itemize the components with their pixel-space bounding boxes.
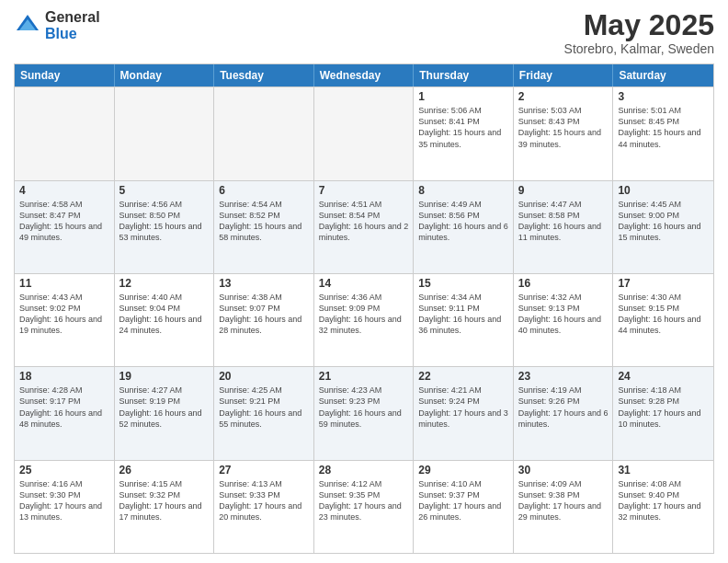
day-info: Sunrise: 4:12 AMSunset: 9:35 PMDaylight:… (319, 478, 409, 523)
day-cell-10: 10Sunrise: 4:45 AMSunset: 9:00 PMDayligh… (613, 181, 713, 273)
day-info: Sunrise: 4:32 AMSunset: 9:13 PMDaylight:… (518, 292, 609, 337)
day-cell-23: 23Sunrise: 4:19 AMSunset: 9:26 PMDayligh… (514, 367, 614, 459)
day-info: Sunrise: 4:56 AMSunset: 8:50 PMDaylight:… (119, 199, 210, 244)
day-number: 13 (219, 277, 309, 290)
day-info: Sunrise: 4:30 AMSunset: 9:15 PMDaylight:… (618, 292, 709, 337)
day-number: 20 (219, 370, 309, 383)
day-cell-11: 11Sunrise: 4:43 AMSunset: 9:02 PMDayligh… (15, 274, 115, 366)
calendar-row-2: 4Sunrise: 4:58 AMSunset: 8:47 PMDaylight… (15, 180, 713, 273)
calendar-row-5: 25Sunrise: 4:16 AMSunset: 9:30 PMDayligh… (15, 460, 713, 553)
day-number: 3 (618, 90, 709, 103)
day-info: Sunrise: 4:45 AMSunset: 9:00 PMDaylight:… (618, 199, 709, 244)
day-info: Sunrise: 4:58 AMSunset: 8:47 PMDaylight:… (19, 199, 109, 244)
day-info: Sunrise: 4:10 AMSunset: 9:37 PMDaylight:… (418, 478, 508, 523)
day-number: 25 (19, 464, 109, 477)
day-info: Sunrise: 4:09 AMSunset: 9:38 PMDaylight:… (518, 478, 609, 523)
empty-cell (314, 87, 415, 179)
empty-cell (214, 87, 314, 179)
day-cell-17: 17Sunrise: 4:30 AMSunset: 9:15 PMDayligh… (613, 274, 713, 366)
day-cell-20: 20Sunrise: 4:25 AMSunset: 9:21 PMDayligh… (214, 367, 314, 459)
calendar-row-4: 18Sunrise: 4:28 AMSunset: 9:17 PMDayligh… (15, 366, 713, 459)
day-cell-4: 4Sunrise: 4:58 AMSunset: 8:47 PMDaylight… (15, 181, 115, 273)
day-number: 8 (418, 184, 508, 197)
day-number: 27 (219, 464, 309, 477)
calendar-row-1: 1Sunrise: 5:06 AMSunset: 8:41 PMDaylight… (15, 86, 713, 179)
day-info: Sunrise: 4:54 AMSunset: 8:52 PMDaylight:… (219, 199, 309, 244)
day-cell-13: 13Sunrise: 4:38 AMSunset: 9:07 PMDayligh… (214, 274, 314, 366)
day-number: 14 (319, 277, 409, 290)
calendar-header: SundayMondayTuesdayWednesdayThursdayFrid… (15, 64, 713, 86)
day-number: 12 (119, 277, 210, 290)
day-cell-21: 21Sunrise: 4:23 AMSunset: 9:23 PMDayligh… (314, 367, 415, 459)
weekday-header-thursday: Thursday (414, 64, 514, 86)
day-number: 18 (19, 370, 109, 383)
logo-general: General (45, 9, 100, 26)
day-cell-25: 25Sunrise: 4:16 AMSunset: 9:30 PMDayligh… (15, 461, 115, 553)
weekday-header-tuesday: Tuesday (214, 64, 314, 86)
day-info: Sunrise: 4:40 AMSunset: 9:04 PMDaylight:… (119, 292, 210, 337)
day-number: 5 (119, 184, 210, 197)
day-number: 22 (418, 370, 508, 383)
day-info: Sunrise: 4:36 AMSunset: 9:09 PMDaylight:… (319, 292, 409, 337)
day-info: Sunrise: 4:49 AMSunset: 8:56 PMDaylight:… (418, 199, 508, 244)
day-cell-12: 12Sunrise: 4:40 AMSunset: 9:04 PMDayligh… (115, 274, 215, 366)
day-cell-9: 9Sunrise: 4:47 AMSunset: 8:58 PMDaylight… (514, 181, 614, 273)
day-number: 23 (518, 370, 609, 383)
day-cell-31: 31Sunrise: 4:08 AMSunset: 9:40 PMDayligh… (613, 461, 713, 553)
day-cell-15: 15Sunrise: 4:34 AMSunset: 9:11 PMDayligh… (414, 274, 514, 366)
empty-cell (15, 87, 115, 179)
day-number: 9 (518, 184, 609, 197)
day-number: 1 (418, 90, 508, 103)
day-cell-19: 19Sunrise: 4:27 AMSunset: 9:19 PMDayligh… (115, 367, 215, 459)
day-number: 11 (19, 277, 109, 290)
day-info: Sunrise: 5:06 AMSunset: 8:41 PMDaylight:… (418, 105, 508, 150)
day-cell-29: 29Sunrise: 4:10 AMSunset: 9:37 PMDayligh… (414, 461, 514, 553)
day-cell-24: 24Sunrise: 4:18 AMSunset: 9:28 PMDayligh… (613, 367, 713, 459)
day-info: Sunrise: 4:18 AMSunset: 9:28 PMDaylight:… (618, 385, 709, 430)
day-cell-7: 7Sunrise: 4:51 AMSunset: 8:54 PMDaylight… (314, 181, 415, 273)
day-number: 16 (518, 277, 609, 290)
weekday-header-wednesday: Wednesday (314, 64, 415, 86)
day-number: 10 (618, 184, 709, 197)
weekday-header-saturday: Saturday (613, 64, 713, 86)
day-number: 19 (119, 370, 210, 383)
day-info: Sunrise: 4:34 AMSunset: 9:11 PMDaylight:… (418, 292, 508, 337)
calendar-row-3: 11Sunrise: 4:43 AMSunset: 9:02 PMDayligh… (15, 273, 713, 366)
subtitle: Storebro, Kalmar, Sweden (564, 41, 714, 56)
day-cell-26: 26Sunrise: 4:15 AMSunset: 9:32 PMDayligh… (115, 461, 215, 553)
day-info: Sunrise: 4:16 AMSunset: 9:30 PMDaylight:… (19, 478, 109, 523)
day-number: 6 (219, 184, 309, 197)
day-info: Sunrise: 4:38 AMSunset: 9:07 PMDaylight:… (219, 292, 309, 337)
weekday-header-friday: Friday (514, 64, 614, 86)
day-info: Sunrise: 4:47 AMSunset: 8:58 PMDaylight:… (518, 199, 609, 244)
day-cell-5: 5Sunrise: 4:56 AMSunset: 8:50 PMDaylight… (115, 181, 215, 273)
day-info: Sunrise: 4:27 AMSunset: 9:19 PMDaylight:… (119, 385, 210, 430)
day-number: 21 (319, 370, 409, 383)
day-number: 15 (418, 277, 508, 290)
day-number: 17 (618, 277, 709, 290)
empty-cell (115, 87, 215, 179)
day-cell-16: 16Sunrise: 4:32 AMSunset: 9:13 PMDayligh… (514, 274, 614, 366)
day-info: Sunrise: 4:23 AMSunset: 9:23 PMDaylight:… (319, 385, 409, 430)
day-cell-18: 18Sunrise: 4:28 AMSunset: 9:17 PMDayligh… (15, 367, 115, 459)
day-info: Sunrise: 4:25 AMSunset: 9:21 PMDaylight:… (219, 385, 309, 430)
weekday-header-sunday: Sunday (15, 64, 115, 86)
day-number: 31 (618, 464, 709, 477)
day-info: Sunrise: 4:19 AMSunset: 9:26 PMDaylight:… (518, 385, 609, 430)
calendar: SundayMondayTuesdayWednesdayThursdayFrid… (14, 63, 714, 554)
day-info: Sunrise: 5:01 AMSunset: 8:45 PMDaylight:… (618, 105, 709, 150)
day-info: Sunrise: 4:08 AMSunset: 9:40 PMDaylight:… (618, 478, 709, 523)
day-number: 4 (19, 184, 109, 197)
day-cell-22: 22Sunrise: 4:21 AMSunset: 9:24 PMDayligh… (414, 367, 514, 459)
day-info: Sunrise: 5:03 AMSunset: 8:43 PMDaylight:… (518, 105, 609, 150)
day-cell-2: 2Sunrise: 5:03 AMSunset: 8:43 PMDaylight… (514, 87, 614, 179)
logo-icon (14, 12, 41, 40)
day-cell-8: 8Sunrise: 4:49 AMSunset: 8:56 PMDaylight… (414, 181, 514, 273)
day-info: Sunrise: 4:13 AMSunset: 9:33 PMDaylight:… (219, 478, 309, 523)
logo-blue: Blue (45, 26, 100, 42)
day-info: Sunrise: 4:21 AMSunset: 9:24 PMDaylight:… (418, 385, 508, 430)
title-block: May 2025 Storebro, Kalmar, Sweden (564, 9, 714, 56)
header: General Blue May 2025 Storebro, Kalmar, … (14, 9, 714, 56)
day-cell-3: 3Sunrise: 5:01 AMSunset: 8:45 PMDaylight… (613, 87, 713, 179)
day-cell-30: 30Sunrise: 4:09 AMSunset: 9:38 PMDayligh… (514, 461, 614, 553)
